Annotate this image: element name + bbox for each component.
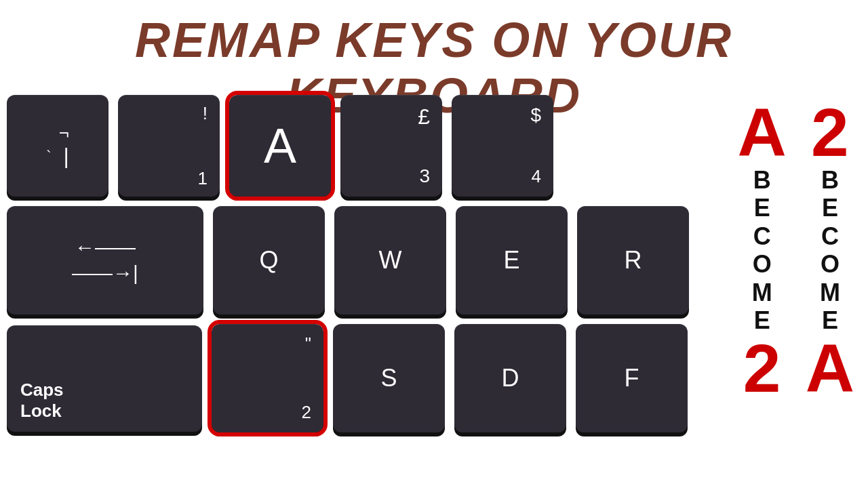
key-pound3-inner: £ 3: [340, 95, 442, 197]
key-e-label: E: [503, 246, 519, 274]
key-w: W: [334, 206, 446, 314]
key-w-label: W: [379, 246, 402, 274]
key-capslock: Caps Lock: [7, 325, 202, 432]
anno-col2-b3: C: [821, 222, 839, 250]
anno-col1-b5: M: [752, 279, 772, 306]
key-dollar4-inner: $ 4: [452, 95, 553, 197]
keyboard-diagram: ¬ ` | ! 1 A £ 3: [7, 95, 689, 432]
key-4: 4: [532, 166, 541, 187]
anno-col2-b5: M: [820, 279, 840, 306]
annotation-area: A B E C O M E 2 2 B E C O M E A: [738, 98, 854, 402]
key-tab-inner: ←—— ——→|: [72, 237, 138, 283]
anno-col2-bottom: A: [806, 334, 854, 402]
key-row-1: ¬ ` | ! 1 A £ 3: [7, 95, 689, 197]
key-excl: !: [203, 104, 208, 122]
anno-col2-b2: E: [822, 194, 838, 222]
key-r: R: [577, 206, 689, 314]
key-q: Q: [213, 206, 325, 314]
key-tilde-top: ¬: [59, 123, 69, 144]
key-tab-arrow1: ←——: [75, 237, 136, 258]
anno-col1-b1: B: [753, 166, 771, 194]
key-row-2: ←—— ——→| Q W E R: [7, 206, 689, 314]
anno-col2-top: 2: [811, 98, 849, 166]
key-tab-arrow2: ——→|: [72, 263, 138, 283]
key-excl1: ! 1: [118, 95, 220, 197]
key-dollar4: $ 4: [452, 95, 553, 197]
anno-col1-b4: O: [753, 250, 772, 278]
key-e: E: [456, 206, 568, 314]
key-d-label: D: [502, 364, 519, 392]
key-quote: ": [305, 333, 311, 354]
anno-col1-b2: E: [754, 194, 770, 222]
key-r-label: R: [625, 246, 642, 274]
key-3: 3: [419, 165, 430, 187]
annotation-col2: 2 B E C O M E A: [806, 98, 854, 402]
key-capslock-label: Caps Lock: [20, 380, 64, 422]
key-tab: ←—— ——→|: [7, 206, 203, 314]
key-s: S: [333, 324, 445, 432]
key-backtick: `: [46, 148, 51, 165]
key-row-3: Caps Lock " 2 S D F: [7, 324, 689, 432]
anno-col1-bottom: 2: [743, 334, 781, 402]
key-excl1-inner: ! 1: [118, 95, 220, 197]
anno-col2-b4: O: [821, 250, 840, 278]
key-d: D: [454, 324, 566, 432]
key-dollar: $: [530, 104, 541, 126]
anno-col1-b3: C: [753, 222, 771, 250]
key-tilde-inner: ¬ ` |: [35, 113, 80, 178]
key-pipe: |: [64, 144, 69, 169]
key-a: A: [229, 95, 331, 197]
key-quote2-inner: " 2: [212, 324, 323, 432]
key-a-label: A: [264, 118, 296, 174]
key-q-label: Q: [259, 246, 278, 274]
key-2: 2: [302, 402, 311, 423]
key-f: F: [576, 324, 688, 432]
key-pound: £: [418, 104, 430, 129]
anno-col1-top: A: [738, 98, 787, 166]
key-quote2: " 2: [212, 324, 323, 432]
annotation-col1: A B E C O M E 2: [738, 98, 787, 402]
anno-col2-b1: B: [821, 166, 839, 194]
key-1: 1: [198, 169, 208, 187]
key-pound3: £ 3: [340, 95, 442, 197]
key-tilde: ¬ ` |: [7, 95, 108, 197]
key-s-label: S: [380, 364, 397, 392]
key-f-label: F: [625, 364, 639, 392]
